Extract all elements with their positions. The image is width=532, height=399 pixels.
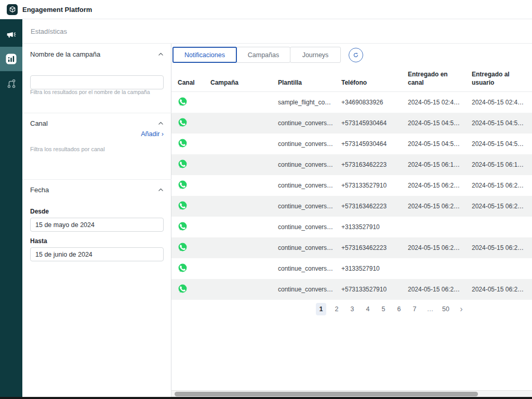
cell-entregado-usuario: 2024-05-15 04:5… bbox=[472, 119, 532, 127]
filter-label-date: Fecha bbox=[30, 186, 49, 194]
cell-telefono: +573145930464 bbox=[341, 119, 408, 127]
cell-entregado-canal: 2024-05-15 06:2… bbox=[408, 244, 472, 251]
cell-entregado-canal: 2024-05-15 06:1… bbox=[408, 161, 472, 168]
cell-plantilla: continue_convers… bbox=[278, 182, 341, 189]
whatsapp-icon bbox=[178, 138, 188, 148]
filter-label-channel: Canal bbox=[30, 119, 48, 127]
cell-entregado-usuario: 2024-05-15 06:2… bbox=[472, 286, 532, 293]
cell-telefono: +573163462223 bbox=[341, 244, 408, 251]
cell-entregado-usuario: 2024-05-15 06:1… bbox=[472, 161, 532, 168]
divider bbox=[22, 179, 171, 180]
table-row[interactable]: continue_convers… +573145930464 2024-05-… bbox=[171, 113, 532, 134]
page-button-4[interactable]: 4 bbox=[363, 303, 373, 315]
bottom-edge-strip bbox=[0, 397, 532, 399]
cell-plantilla: continue_convers… bbox=[278, 265, 341, 272]
icon-sidebar bbox=[0, 19, 22, 397]
chevron-right-icon: › bbox=[162, 130, 164, 138]
campaign-name-helper: Filtra los resultados por el nombre de l… bbox=[30, 89, 150, 95]
refresh-button[interactable] bbox=[349, 48, 363, 62]
date-to-label: Hasta bbox=[30, 237, 47, 245]
page-button-7[interactable]: 7 bbox=[409, 303, 420, 315]
tab-campanas[interactable]: Campañas bbox=[236, 47, 290, 63]
pagination-ellipsis: … bbox=[425, 303, 435, 315]
table-row[interactable]: continue_convers… +573133527910 2024-05-… bbox=[171, 175, 532, 196]
filter-section-date[interactable]: Fecha bbox=[30, 186, 164, 194]
table-header: Canal Campaña Plantilla Teléfono Entrega… bbox=[171, 66, 532, 92]
cell-entregado-canal: 2024-05-15 06:2… bbox=[408, 203, 472, 210]
tab-journeys[interactable]: Journeys bbox=[290, 47, 341, 63]
whatsapp-icon bbox=[178, 180, 188, 190]
col-header-telefono: Teléfono bbox=[341, 78, 408, 91]
add-channel-link[interactable]: Añadir › bbox=[141, 130, 164, 138]
date-from-input[interactable] bbox=[30, 218, 164, 232]
cell-plantilla: continue_convers… bbox=[278, 161, 341, 168]
next-page-button[interactable]: › bbox=[456, 303, 467, 315]
sidebar-item-statistics[interactable] bbox=[0, 47, 22, 71]
cell-telefono: +3133527910 bbox=[341, 223, 408, 231]
cell-plantilla: continue_convers… bbox=[278, 244, 341, 251]
cube-icon bbox=[9, 6, 16, 13]
cell-plantilla: continue_convers… bbox=[278, 140, 341, 148]
table-body: sample_flight_co… +34690833926 2024-05-1… bbox=[171, 92, 532, 300]
table-row[interactable]: continue_convers… +573163462223 2024-05-… bbox=[171, 237, 532, 258]
cell-telefono: +573163462223 bbox=[341, 161, 408, 168]
table-row[interactable]: continue_convers… +573163462223 2024-05-… bbox=[171, 154, 532, 175]
cell-plantilla: continue_convers… bbox=[278, 203, 341, 210]
whatsapp-icon bbox=[178, 117, 188, 127]
col-header-entregado-usuario: Entregado al usuario bbox=[472, 70, 532, 91]
whatsapp-icon bbox=[178, 263, 188, 273]
whatsapp-icon bbox=[178, 242, 188, 252]
refresh-icon bbox=[352, 51, 360, 59]
table-row[interactable]: continue_convers… +3133527910 bbox=[171, 217, 532, 237]
page-button-5[interactable]: 5 bbox=[378, 303, 389, 315]
channel-helper: Filtra los resultados por canal bbox=[30, 146, 105, 152]
table-row[interactable]: continue_convers… +573133527910 2024-05-… bbox=[171, 279, 532, 300]
cell-telefono: +573133527910 bbox=[341, 182, 408, 189]
journeys-icon bbox=[6, 78, 17, 89]
whatsapp-icon bbox=[178, 284, 188, 294]
divider bbox=[22, 113, 171, 113]
col-header-entregado-canal: Entregado en canal bbox=[408, 70, 472, 91]
cell-entregado-usuario: 2024-05-15 06:2… bbox=[472, 244, 532, 251]
table-row[interactable]: continue_convers… +3133527910 bbox=[171, 258, 532, 279]
date-to-input[interactable] bbox=[30, 247, 164, 261]
horizontal-scrollbar-thumb[interactable] bbox=[175, 392, 478, 396]
filter-section-channel[interactable]: Canal bbox=[30, 119, 164, 127]
campaign-name-input[interactable] bbox=[30, 75, 164, 89]
cell-plantilla: sample_flight_co… bbox=[278, 99, 341, 106]
cell-entregado-canal: 2024-05-15 04:5… bbox=[408, 119, 472, 127]
page-button-50[interactable]: 50 bbox=[441, 303, 451, 315]
table-row[interactable]: continue_convers… +573145930464 2024-05-… bbox=[171, 134, 532, 154]
horizontal-scrollbar-track[interactable] bbox=[171, 390, 532, 397]
whatsapp-icon bbox=[178, 201, 188, 210]
app-title: Engagement Platform bbox=[22, 6, 92, 14]
table-row[interactable]: continue_convers… +573163462223 2024-05-… bbox=[171, 196, 532, 217]
whatsapp-icon bbox=[178, 221, 188, 231]
main-content: Notificaciones Campañas Journeys Canal C… bbox=[171, 44, 532, 397]
table-row[interactable]: sample_flight_co… +34690833926 2024-05-1… bbox=[171, 92, 532, 113]
chevron-up-icon[interactable] bbox=[157, 187, 164, 193]
chevron-up-icon[interactable] bbox=[157, 51, 164, 58]
cell-plantilla: continue_convers… bbox=[278, 223, 341, 231]
cell-telefono: +573145930464 bbox=[341, 140, 408, 148]
cell-entregado-usuario: 2024-05-15 06:2… bbox=[472, 182, 532, 189]
megaphone-icon bbox=[6, 29, 17, 40]
page-button-2[interactable]: 2 bbox=[331, 303, 342, 315]
chevron-up-icon[interactable] bbox=[157, 120, 164, 127]
page-button-6[interactable]: 6 bbox=[394, 303, 404, 315]
whatsapp-icon bbox=[178, 159, 188, 169]
cell-entregado-canal: 2024-05-15 06:2… bbox=[408, 286, 472, 293]
filter-section-campaign-name[interactable]: Nombre de la campaña bbox=[30, 50, 164, 58]
page-button-1[interactable]: 1 bbox=[316, 303, 326, 315]
sidebar-item-campaigns[interactable] bbox=[0, 22, 22, 47]
cell-entregado-canal: 2024-05-15 02:4… bbox=[408, 99, 472, 106]
page-button-3[interactable]: 3 bbox=[347, 303, 357, 315]
content-header: Estadísticas bbox=[22, 19, 532, 44]
page-title: Estadísticas bbox=[31, 28, 67, 35]
app-logo bbox=[7, 4, 18, 15]
col-header-canal: Canal bbox=[178, 78, 210, 91]
whatsapp-icon bbox=[178, 97, 188, 107]
sidebar-item-journeys[interactable] bbox=[0, 71, 22, 96]
filter-panel: Nombre de la campaña Filtra los resultad… bbox=[22, 44, 171, 397]
tab-notificaciones[interactable]: Notificaciones bbox=[172, 47, 237, 63]
